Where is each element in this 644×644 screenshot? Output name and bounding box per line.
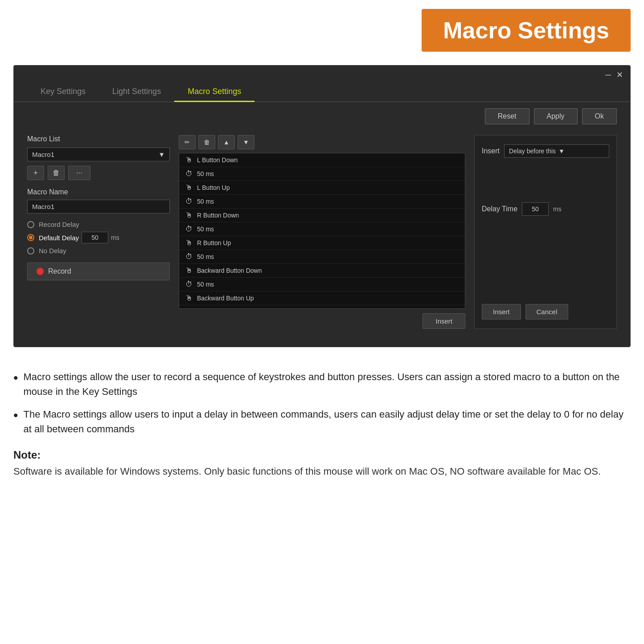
delay-type-value: Delay before this [509,148,556,155]
list-item[interactable]: ⏱ 50 ms [179,222,465,236]
item-text: L Button Up [197,184,459,191]
minimize-button[interactable]: ─ [605,70,611,80]
reset-button[interactable]: Reset [485,108,529,124]
pencil-icon: ✏ [185,139,190,146]
more-macro-button[interactable]: ··· [68,166,90,180]
record-delay-label: Record Delay [39,221,79,228]
mouse-icon: 🖱 [185,294,193,302]
title-bar: ─ ✕ [14,66,630,80]
insert-bottom-row: Insert [179,309,465,329]
record-delay-option[interactable]: Record Delay [27,221,170,228]
edit-button[interactable]: ✏ [179,135,196,149]
move-down-button[interactable]: ▼ [238,135,254,149]
delay-radio-group: Record Delay Default Delay ms No Delay [27,221,170,254]
delete-macro-button[interactable]: 🗑 [48,166,65,180]
delay-type-dropdown[interactable]: Delay before this ▼ [504,144,609,158]
tab-bar: Key Settings Light Settings Macro Settin… [14,82,630,102]
bullet-item-1: • Macro settings allow the user to recor… [13,369,631,399]
default-delay-radio[interactable] [27,234,34,241]
item-text: R Button Up [197,239,459,246]
macro-select-dropdown[interactable]: Macro1 ▼ [27,148,170,161]
no-delay-option[interactable]: No Delay [27,247,170,254]
item-text: 50 ms [197,226,459,233]
list-item[interactable]: 🖱 L Button Down [179,153,465,167]
list-item[interactable]: 🖱 L Button Up [179,181,465,195]
list-item[interactable]: ⏱ 50 ms [179,305,465,309]
add-macro-button[interactable]: + [27,166,44,180]
macro-select-value: Macro1 [32,151,54,158]
list-item[interactable]: ⏱ 50 ms [179,167,465,181]
clock-icon: ⏱ [185,308,193,309]
delay-ms-unit: ms [111,234,119,241]
record-delay-radio[interactable] [27,221,34,228]
middle-panel: ✏ 🗑 ▲ ▼ 🖱 L Button Down ⏱ [179,135,465,329]
macro-buttons-row: + 🗑 ··· [27,166,170,180]
list-item[interactable]: 🖱 Backward Button Up [179,291,465,305]
delay-time-row: Delay Time ms [482,202,609,216]
item-text: 50 ms [197,253,459,260]
bullet-dot-icon: • [13,405,18,436]
chevron-down-icon: ▼ [558,148,565,155]
macro-item-list[interactable]: 🖱 L Button Down ⏱ 50 ms 🖱 L Button Up ⏱ … [179,153,465,309]
bullet-text-2: The Macro settings allow users to input … [24,407,631,436]
record-button-label: Record [48,267,71,275]
macro-name-input[interactable] [27,200,170,213]
delay-time-label: Delay Time [482,205,517,213]
item-text: 50 ms [197,281,459,288]
insert-bottom-button[interactable]: Insert [422,313,465,329]
close-button[interactable]: ✕ [616,70,623,80]
mouse-icon: 🖱 [185,184,193,192]
list-item[interactable]: ⏱ 50 ms [179,195,465,209]
mouse-icon: 🖱 [185,267,193,275]
mouse-icon: 🖱 [185,211,193,219]
list-item[interactable]: 🖱 Backward Button Down [179,264,465,278]
record-button[interactable]: Record [27,263,170,280]
macro-list-label: Macro List [27,135,170,143]
bullet-dot-icon: • [13,368,18,399]
list-toolbar: ✏ 🗑 ▲ ▼ [179,135,465,149]
info-section: • Macro settings allow the user to recor… [0,361,644,449]
mouse-icon: 🖱 [185,156,193,164]
apply-button[interactable]: Apply [534,108,578,124]
right-action-row: Insert Cancel [482,304,609,320]
macro-select-row: Macro1 ▼ [27,148,170,161]
default-delay-row: Default Delay ms [39,232,119,243]
note-title: Note: [13,449,631,461]
main-content: Macro List Macro1 ▼ + 🗑 ··· Macro Name [14,131,630,338]
delay-unit-label: ms [553,205,562,213]
toolbar-row: Reset Apply Ok [14,102,630,131]
default-delay-input[interactable] [82,232,108,243]
page-title: Macro Settings [422,9,631,52]
ok-button[interactable]: Ok [582,108,617,124]
clock-icon: ⏱ [185,225,193,233]
note-section: Note: Software is available for Windows … [0,449,644,488]
cancel-button[interactable]: Cancel [525,304,569,320]
insert-label: Insert [482,147,500,155]
clock-icon: ⏱ [185,253,193,261]
record-dot-icon [37,268,44,275]
list-item[interactable]: ⏱ 50 ms [179,278,465,291]
right-panel: Insert Delay before this ▼ Delay Time ms… [474,135,617,329]
bullet-text-1: Macro settings allow the user to record … [24,369,631,399]
tab-macro-settings[interactable]: Macro Settings [174,82,254,102]
move-up-button[interactable]: ▲ [218,135,235,149]
note-text: Software is available for Windows system… [13,464,631,479]
item-text: 50 ms [197,170,459,177]
default-delay-option[interactable]: Default Delay ms [27,232,170,243]
list-item[interactable]: ⏱ 50 ms [179,250,465,264]
list-item[interactable]: 🖱 R Button Down [179,209,465,222]
mouse-icon: 🖱 [185,239,193,247]
no-delay-radio[interactable] [27,247,34,254]
right-insert-button[interactable]: Insert [482,304,521,320]
list-item[interactable]: 🖱 R Button Up [179,236,465,250]
tab-key-settings[interactable]: Key Settings [27,82,99,102]
left-panel: Macro List Macro1 ▼ + 🗑 ··· Macro Name [27,135,170,329]
item-text: R Button Down [197,212,459,219]
clock-icon: ⏱ [185,280,193,288]
clock-icon: ⏱ [185,197,193,205]
item-text: L Button Down [197,156,459,164]
delete-item-button[interactable]: 🗑 [198,135,215,149]
tab-light-settings[interactable]: Light Settings [99,82,174,102]
delay-time-input[interactable] [522,202,549,216]
arrow-up-icon: ▲ [223,139,230,146]
